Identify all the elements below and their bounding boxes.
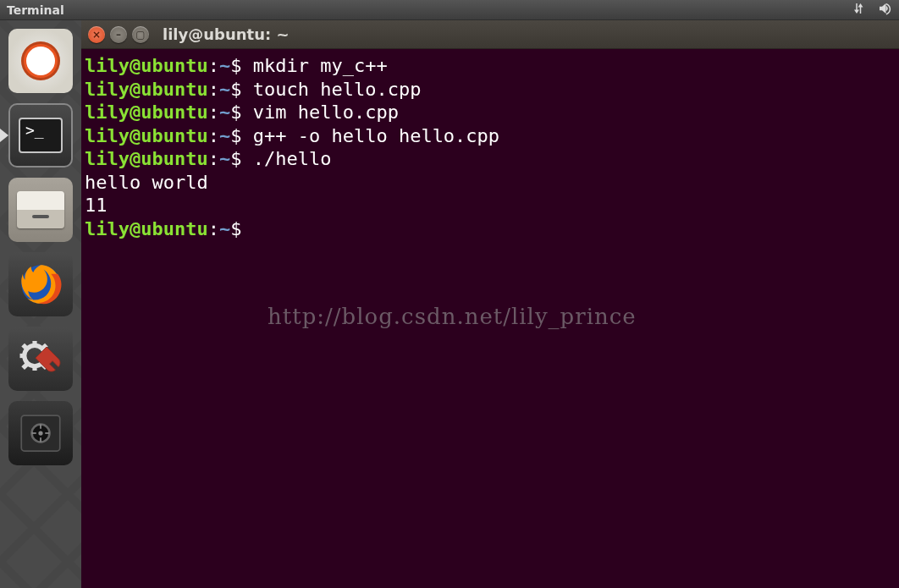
launcher-dash-home[interactable] bbox=[8, 29, 73, 93]
terminal-prompt-line: lily@ubuntu:~$ mkdir my_c++ bbox=[85, 54, 896, 78]
svg-point-12 bbox=[38, 431, 42, 435]
files-icon bbox=[17, 191, 64, 228]
terminal-prompt-line: lily@ubuntu:~$ ./hello bbox=[85, 147, 896, 171]
window-titlebar[interactable]: × – ▢ lily@ubuntu: ~ bbox=[81, 20, 899, 49]
window-close-button[interactable]: × bbox=[88, 26, 105, 43]
svg-rect-2 bbox=[32, 341, 36, 347]
svg-rect-4 bbox=[20, 354, 26, 358]
firefox-icon bbox=[17, 261, 64, 308]
launcher-backup[interactable] bbox=[8, 401, 73, 465]
terminal-prompt-line: lily@ubuntu:~$ g++ -o hello hello.cpp bbox=[85, 124, 896, 148]
ubuntu-logo-icon bbox=[21, 41, 60, 80]
window-minimize-button[interactable]: – bbox=[110, 26, 127, 43]
gear-wrench-icon bbox=[17, 335, 64, 382]
window-maximize-button[interactable]: ▢ bbox=[132, 26, 149, 43]
unity-launcher: >_ bbox=[0, 20, 81, 588]
launcher-system-settings[interactable] bbox=[8, 327, 73, 391]
launcher-terminal[interactable]: >_ bbox=[8, 103, 73, 168]
terminal-prompt-line: lily@ubuntu:~$ touch hello.cpp bbox=[85, 78, 896, 102]
network-icon[interactable] bbox=[852, 1, 867, 19]
terminal-window: × – ▢ lily@ubuntu: ~ http://blog.csdn.ne… bbox=[81, 20, 899, 588]
terminal-prompt-line: lily@ubuntu:~$ bbox=[85, 217, 896, 241]
safe-icon bbox=[17, 409, 64, 457]
svg-rect-3 bbox=[32, 365, 36, 371]
terminal-icon: >_ bbox=[19, 118, 63, 153]
launcher-files[interactable] bbox=[8, 178, 73, 242]
window-title: lily@ubuntu: ~ bbox=[163, 25, 290, 43]
terminal-output-line: hello world bbox=[85, 171, 896, 195]
terminal-output-line: 11 bbox=[85, 194, 896, 217]
panel-title: Terminal bbox=[7, 3, 852, 17]
top-panel: Terminal bbox=[0, 0, 899, 20]
terminal-viewport[interactable]: http://blog.csdn.net/lily_prince lily@ub… bbox=[81, 49, 899, 588]
terminal-prompt-line: lily@ubuntu:~$ vim hello.cpp bbox=[85, 101, 896, 124]
watermark-text: http://blog.csdn.net/lily_prince bbox=[267, 303, 637, 331]
system-tray bbox=[852, 1, 892, 19]
volume-icon[interactable] bbox=[877, 1, 892, 19]
launcher-firefox[interactable] bbox=[8, 252, 73, 316]
